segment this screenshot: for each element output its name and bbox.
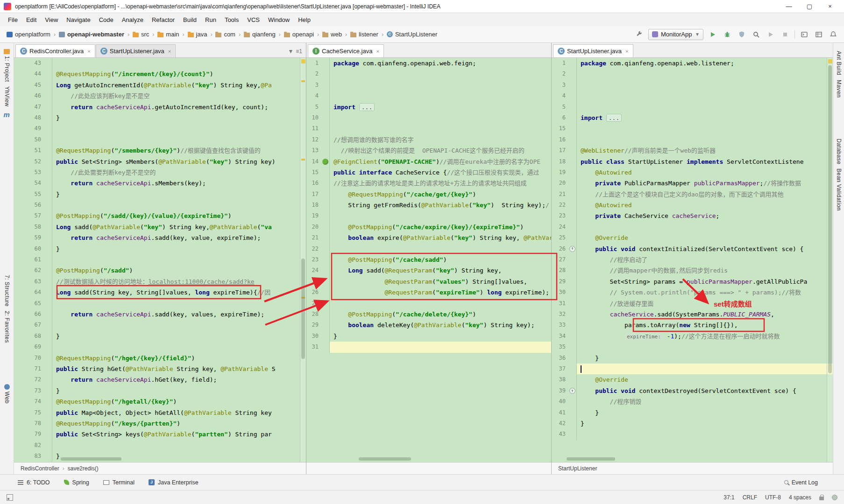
code-text[interactable]: @PostMapping("/cache/sadd") xyxy=(330,254,565,265)
code-text[interactable] xyxy=(330,244,565,254)
code-text[interactable]: return cacheServiceApi.getAutoIncrementI… xyxy=(52,102,306,112)
code-text[interactable] xyxy=(577,91,833,101)
code-text[interactable] xyxy=(330,298,565,309)
vertical-scrollbar[interactable] xyxy=(827,58,833,462)
menu-code[interactable]: Code xyxy=(95,14,118,25)
code-text[interactable]: @WebListener//声明当前类是一个web的监听器 xyxy=(577,145,833,156)
code-text[interactable]: @Override xyxy=(577,232,833,243)
scrollbar-thumb[interactable] xyxy=(301,259,305,359)
editor-breadcrumb-item[interactable]: StartUpListener xyxy=(558,465,597,472)
breadcrumb-item-openapi[interactable]: openapi xyxy=(283,30,315,39)
code-text[interactable]: @RequestParam("expireTime") long expireT… xyxy=(330,287,565,298)
code-text[interactable]: } xyxy=(577,418,833,429)
code-text[interactable]: //程序启动了 xyxy=(577,254,833,265)
code-text[interactable]: @RequestMapping("/hget/{key}/{field}") xyxy=(52,353,306,364)
breadcrumb-item-src[interactable]: src xyxy=(132,30,150,39)
sidebar-item-1-project[interactable]: 1: Project xyxy=(0,49,14,82)
breadcrumb-item-startuplistener[interactable]: CStartUpListener xyxy=(386,30,438,39)
status-indent-setting[interactable]: 4 spaces xyxy=(789,494,811,501)
chevron-down-icon[interactable]: ▼ xyxy=(288,48,293,55)
toolwindow-toggle-icon[interactable] xyxy=(7,494,13,501)
code-text[interactable] xyxy=(330,69,565,79)
hidden-tabs-count[interactable]: ≡1 xyxy=(296,48,302,55)
code-text[interactable]: //想调用谁的数据写谁的名字 xyxy=(330,134,565,145)
toolwindow-button-event-log[interactable]: Event Log xyxy=(784,479,818,486)
status-file-encoding[interactable]: UTF-8 xyxy=(765,494,781,501)
code-text[interactable] xyxy=(52,58,306,69)
code-text[interactable]: } xyxy=(577,407,833,418)
code-text[interactable]: } xyxy=(330,331,565,342)
editor-breadcrumb-item[interactable]: save2redis() xyxy=(68,465,99,472)
override-method-icon[interactable]: ↑ xyxy=(569,246,575,252)
code-text[interactable]: @RequestMapping("/cache/get/{key}") xyxy=(330,189,565,200)
code-text[interactable] xyxy=(330,112,565,123)
breadcrumb-item-java[interactable]: java xyxy=(187,30,208,39)
code-text[interactable]: } xyxy=(52,244,306,254)
minimize-button[interactable]: — xyxy=(779,0,799,13)
code-text[interactable]: public Map<Object, Object> hGetAll(@Path… xyxy=(52,407,306,418)
code-text[interactable]: @FeignClient("OPENAPI-CACHE")//调用在eureka… xyxy=(330,156,565,167)
sidebar-item-2-favorites[interactable]: 2: Favorites xyxy=(0,311,14,343)
code-text[interactable] xyxy=(577,102,833,112)
code-text[interactable] xyxy=(330,91,565,101)
wrench-icon[interactable] xyxy=(634,29,644,40)
code-text[interactable]: Long sadd(@PathVariable("key") String ke… xyxy=(52,222,306,232)
warning-stripe-mark[interactable] xyxy=(301,159,305,161)
code-editor[interactable]: 4344@RequestMapping("/increment/{key}/{c… xyxy=(14,58,306,462)
code-text[interactable]: String getFromRedis(@PathVariable("key")… xyxy=(330,200,565,210)
scrollbar-thumb[interactable] xyxy=(828,65,832,373)
close-icon[interactable]: × xyxy=(625,49,628,54)
code-text[interactable]: @RequestParam("values") String[]values, xyxy=(330,276,565,287)
code-text[interactable] xyxy=(52,254,306,265)
code-text[interactable]: //注意这上面的请求地址是类上的请求地址+方法上的请求地址共同组成 xyxy=(330,178,565,189)
editor-tab-cacheservice-java[interactable]: ICacheService.java× xyxy=(308,44,384,57)
run-button[interactable] xyxy=(708,29,718,40)
stop-button[interactable] xyxy=(780,29,790,40)
code-text[interactable]: Long sadd(@RequestParam("key") String ke… xyxy=(330,265,565,276)
code-text[interactable]: public Set<String> keys(@PathVariable("p… xyxy=(52,429,306,440)
search-icon[interactable] xyxy=(751,29,761,40)
code-text[interactable]: @RequestMapping("/smembers/{key}")//根据键值… xyxy=(52,145,306,156)
code-text[interactable]: package com.qianfeng.openapi.web.feign; xyxy=(330,58,565,69)
code-text[interactable]: return cacheServiceApi.sMembers(key); xyxy=(52,178,306,189)
code-text[interactable]: private PublicParmasMapper publicParmasM… xyxy=(577,178,833,189)
code-text[interactable]: //放进缓存里面 xyxy=(577,298,833,309)
code-text[interactable] xyxy=(52,298,306,309)
console-icon[interactable] xyxy=(799,29,809,40)
status-caret-position[interactable]: 37:1 xyxy=(723,494,734,501)
editor-breadcrumb-item[interactable]: RedisController xyxy=(21,465,59,472)
code-text[interactable]: } xyxy=(52,331,306,342)
code-text[interactable]: boolean deleteKey(@PathVariable("key") S… xyxy=(330,320,565,330)
code-text[interactable] xyxy=(52,123,306,134)
code-text[interactable] xyxy=(52,320,306,330)
breadcrumb-item-main[interactable]: main xyxy=(156,30,180,39)
close-icon[interactable]: × xyxy=(376,49,379,54)
code-text[interactable]: public interface CacheService {//这个接口压根没… xyxy=(330,167,565,178)
code-text[interactable]: //上面这个是这个模块自己定义的dao层的对象，而下面这个调用其他 xyxy=(577,189,833,200)
code-text[interactable]: //此处应该判断key是不是空 xyxy=(52,91,306,101)
hector-icon[interactable] xyxy=(832,495,837,500)
close-icon[interactable]: × xyxy=(168,49,171,54)
sidebar-item-ant-build[interactable]: Ant Build xyxy=(833,51,844,76)
sidebar-item-yhview[interactable]: YhView xyxy=(0,86,14,106)
breadcrumb-item-com[interactable]: com xyxy=(214,30,236,39)
code-text[interactable]: @Autowired xyxy=(577,200,833,210)
spring-bean-icon[interactable] xyxy=(322,159,328,165)
code-text[interactable]: import ... xyxy=(330,102,565,112)
status-line-separator[interactable]: CRLF xyxy=(743,494,757,501)
code-text[interactable]: // System.out.println("params ===> " + p… xyxy=(577,287,833,298)
menu-tools[interactable]: Tools xyxy=(220,14,243,25)
code-text[interactable]: @RequestMapping("/keys/{partten}") xyxy=(52,418,306,429)
code-text[interactable]: @PostMapping("/sadd/{key}/{value}/{expir… xyxy=(52,210,306,221)
code-text[interactable] xyxy=(577,222,833,232)
code-text[interactable] xyxy=(577,342,833,352)
horizontal-scrollbar[interactable] xyxy=(61,457,121,461)
menu-run[interactable]: Run xyxy=(201,14,220,25)
menu-refactor[interactable]: Refactor xyxy=(148,14,179,25)
menu-window[interactable]: Window xyxy=(264,14,294,25)
code-text[interactable]: boolean expire(@PathVariable("key") Stri… xyxy=(330,232,565,243)
lock-icon[interactable] xyxy=(819,497,824,500)
code-text[interactable] xyxy=(330,210,565,221)
override-method-icon[interactable]: ↑ xyxy=(569,388,575,394)
menu-file[interactable]: File xyxy=(4,14,22,25)
